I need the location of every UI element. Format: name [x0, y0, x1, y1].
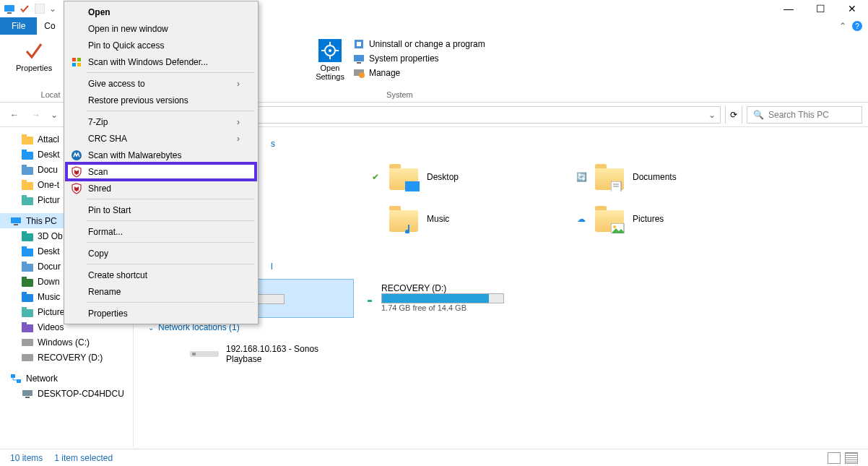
svg-rect-18: [22, 137, 33, 144]
drive-recoveryd[interactable]: RECOVERY (D:)1.74 GB free of 14.4 GB: [368, 279, 574, 318]
nav-label: Down: [38, 277, 60, 287]
window-controls: — ☐ ✕: [773, 0, 868, 17]
svg-rect-34: [22, 264, 33, 272]
svg-rect-29: [14, 224, 18, 225]
nav-label: RECOVERY (D:): [38, 353, 103, 363]
ctx-copy[interactable]: Copy: [66, 245, 256, 262]
properties-icon[interactable]: [19, 3, 30, 14]
doc-icon: [22, 164, 33, 176]
mcafee-shield-icon: [71, 166, 82, 178]
desktop-icon: [22, 149, 33, 160]
svg-rect-0: [4, 5, 14, 12]
folders-section-header[interactable]: s: [271, 139, 854, 149]
open-settings-button[interactable]: Open Settings: [311, 38, 349, 82]
ctx-create-shortcut[interactable]: Create shortcut: [66, 267, 256, 283]
ctx-pin-quick-access[interactable]: Pin to Quick access: [66, 37, 256, 53]
ctx-malwarebytes[interactable]: Scan with Malwarebytes: [66, 147, 256, 163]
details-view-icon[interactable]: [828, 452, 841, 464]
ctx-crc-sha[interactable]: CRC SHA›: [66, 130, 256, 147]
new-icon[interactable]: [34, 3, 45, 14]
nav-label: Deskt: [38, 246, 60, 256]
drives-section-header[interactable]: l: [271, 262, 854, 272]
submenu-arrow-icon: ›: [237, 134, 240, 144]
refresh-button[interactable]: ⟳: [725, 106, 742, 124]
folder-desktop[interactable]: ✔Desktop: [365, 156, 570, 198]
svg-rect-13: [357, 42, 361, 46]
ctx-pin-start[interactable]: Pin to Start: [66, 202, 256, 218]
ctx-rename[interactable]: Rename: [66, 283, 256, 300]
folder-icon: [22, 179, 33, 191]
nav-item-windowsc[interactable]: Windows (C:): [0, 335, 133, 350]
uninstall-icon: [353, 38, 365, 50]
desktop-icon: [22, 246, 33, 257]
system-properties-label: System properties: [369, 53, 439, 64]
ctx-scan[interactable]: Scan: [66, 163, 256, 180]
nav-item-network[interactable]: Network: [0, 371, 133, 386]
collapse-ribbon-icon[interactable]: ⌃: [839, 21, 846, 31]
folder-label: Desktop: [427, 172, 459, 182]
uninstall-button[interactable]: Uninstall or change a program: [350, 38, 488, 51]
manage-button[interactable]: Manage: [350, 66, 488, 79]
vid-icon: [22, 322, 33, 333]
nav-label: Videos: [38, 322, 64, 332]
ctx-open[interactable]: Open: [66, 4, 256, 20]
svg-rect-40: [22, 309, 33, 317]
system-properties-button[interactable]: System properties: [350, 52, 488, 65]
ctx-scan-defender[interactable]: Scan with Windows Defender...: [66, 53, 256, 70]
svg-rect-25: [22, 180, 27, 183]
file-tab[interactable]: File: [0, 17, 37, 35]
folder-documents[interactable]: 🔄Documents: [570, 156, 776, 198]
svg-point-55: [613, 225, 616, 228]
properties-label: Properties: [16, 64, 52, 72]
drive-icon: [22, 352, 33, 363]
back-button[interactable]: ←: [6, 106, 23, 124]
search-box[interactable]: 🔍 Search This PC: [747, 106, 862, 124]
ctx-format[interactable]: Format...: [66, 223, 256, 240]
defender-shield-icon: [71, 56, 82, 68]
nav-item-recoveryd[interactable]: RECOVERY (D:): [0, 350, 133, 365]
nav-item-desktopcd4hdcu[interactable]: DESKTOP-CD4HDCU: [0, 386, 133, 401]
sync-status-icon: ☁: [576, 214, 586, 224]
minimize-button[interactable]: —: [773, 0, 804, 17]
folder-pictures[interactable]: ☁Pictures: [570, 198, 776, 240]
svg-rect-30: [22, 233, 33, 241]
search-placeholder: Search This PC: [768, 110, 829, 120]
qat-dropdown-icon[interactable]: ⌄: [49, 4, 56, 14]
ctx-restore-versions[interactable]: Restore previous versions: [66, 92, 256, 108]
maximize-button[interactable]: ☐: [804, 0, 836, 17]
submenu-arrow-icon: ›: [237, 117, 240, 127]
drive-free-text: 1.74 GB free of 14.4 GB: [381, 303, 504, 312]
ctx-7zip[interactable]: 7-Zip›: [66, 113, 256, 130]
forward-button[interactable]: →: [27, 106, 45, 124]
properties-button[interactable]: Properties: [12, 38, 56, 74]
search-icon: 🔍: [753, 110, 764, 120]
uninstall-label: Uninstall or change a program: [369, 39, 485, 49]
svg-rect-32: [22, 249, 33, 256]
svg-rect-46: [11, 374, 15, 378]
ctx-give-access[interactable]: Give access to›: [66, 75, 256, 92]
system-group-label: System: [386, 89, 413, 102]
nav-label: Docu: [38, 165, 58, 175]
svg-rect-36: [22, 279, 33, 287]
svg-rect-19: [22, 134, 27, 137]
folder-music[interactable]: Music: [365, 198, 570, 240]
ctx-shred[interactable]: Shred: [66, 180, 256, 197]
computer-tab[interactable]: Co: [37, 17, 62, 35]
manage-icon: [353, 67, 365, 79]
ctx-open-new-window[interactable]: Open in new window: [66, 20, 256, 37]
manage-label: Manage: [369, 68, 400, 78]
network-location-label: 192.168.10.163 - Sonos Playbase: [226, 344, 327, 364]
svg-rect-2: [35, 4, 45, 14]
help-icon[interactable]: ?: [852, 21, 862, 31]
address-dropdown-icon[interactable]: ⌄: [708, 110, 716, 120]
folder-icon: [388, 203, 420, 235]
svg-point-17: [359, 72, 365, 78]
svg-rect-50: [405, 181, 420, 191]
ctx-properties[interactable]: Properties: [66, 305, 256, 322]
close-button[interactable]: ✕: [836, 0, 868, 17]
recent-dropdown-icon[interactable]: ⌄: [49, 106, 59, 124]
quick-access-toolbar: ⌄: [0, 3, 56, 14]
tiles-view-icon[interactable]: [845, 452, 858, 464]
nav-label: Windows (C:): [38, 337, 90, 348]
network-location-item[interactable]: 192.168.10.163 - Sonos Playbase: [184, 340, 390, 368]
